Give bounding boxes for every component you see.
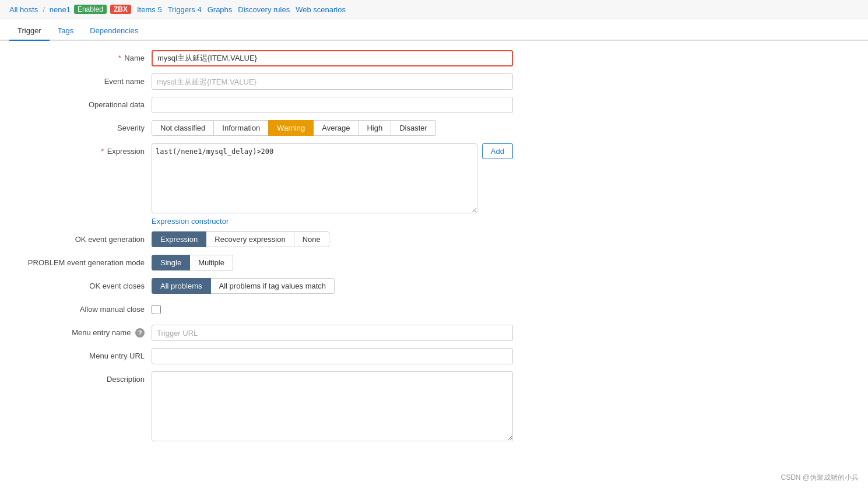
problem-event-mode-content: Single Multiple — [152, 255, 513, 270]
graphs-link[interactable]: Graphs — [208, 5, 233, 14]
tab-dependencies[interactable]: Dependencies — [82, 22, 146, 41]
ok-event-closes-row: OK event closes All problems All problem… — [12, 278, 856, 296]
menu-entry-url-content — [152, 348, 513, 364]
allow-manual-close-label: Allow manual close — [12, 301, 152, 314]
severity-warning[interactable]: Warning — [268, 120, 314, 136]
problem-event-mode-row: PROBLEM event generation mode Single Mul… — [12, 255, 856, 272]
menu-entry-name-row: Menu entry name ? — [12, 325, 856, 342]
menu-entry-name-content — [152, 325, 513, 341]
event-name-label: Event name — [12, 73, 152, 86]
severity-content: Not classified Information Warning Avera… — [152, 120, 513, 136]
severity-row: Severity Not classified Information Warn… — [12, 120, 856, 138]
ok-event-generation-row: OK event generation Expression Recovery … — [12, 231, 856, 249]
tab-trigger[interactable]: Trigger — [9, 22, 50, 41]
menu-entry-url-label: Menu entry URL — [12, 348, 152, 360]
severity-group: Not classified Information Warning Avera… — [152, 120, 513, 136]
ok-event-group: Expression Recovery expression None — [152, 231, 513, 247]
ok-event-generation-content: Expression Recovery expression None — [152, 231, 513, 247]
menu-entry-url-input[interactable] — [152, 348, 513, 364]
menu-entry-url-row: Menu entry URL — [12, 348, 856, 366]
event-name-content — [152, 73, 513, 90]
operational-data-content — [152, 97, 513, 113]
ok-event-none-btn[interactable]: None — [294, 231, 329, 247]
add-expression-button[interactable]: Add — [482, 143, 513, 159]
enabled-badge: Enabled — [74, 5, 107, 14]
menu-entry-name-input[interactable] — [152, 325, 513, 341]
problem-event-single-btn[interactable]: Single — [152, 255, 190, 270]
description-row: Description — [12, 371, 856, 443]
trigger-form: * Name Event name Operational data Sever… — [0, 41, 868, 458]
menu-entry-name-help-icon[interactable]: ? — [135, 328, 145, 338]
expression-row: * Expression last(/nene1/mysql_delay)>20… — [12, 143, 856, 226]
expression-constructor-link[interactable]: Expression constructor — [152, 217, 229, 226]
zbx-badge: ZBX — [110, 5, 131, 14]
severity-label: Severity — [12, 120, 152, 132]
top-nav: All hosts / nene1 Enabled ZBX Items 5 Tr… — [0, 0, 868, 19]
ok-event-all-problems-btn[interactable]: All problems — [152, 278, 211, 294]
severity-information[interactable]: Information — [213, 120, 269, 136]
operational-data-label: Operational data — [12, 97, 152, 109]
breadcrumb-separator: / — [43, 5, 45, 14]
severity-disaster[interactable]: Disaster — [391, 120, 436, 136]
name-label: * Name — [12, 50, 152, 62]
ok-event-tag-values-btn[interactable]: All problems if tag values match — [210, 278, 335, 294]
ok-event-recovery-btn[interactable]: Recovery expression — [206, 231, 294, 247]
allow-manual-close-checkbox[interactable] — [152, 305, 161, 314]
event-name-input[interactable] — [152, 73, 513, 90]
expression-label: * Expression — [12, 143, 152, 156]
problem-event-group: Single Multiple — [152, 255, 513, 270]
ok-event-closes-group: All problems All problems if tag values … — [152, 278, 513, 294]
discovery-rules-link[interactable]: Discovery rules — [238, 5, 290, 14]
name-content — [152, 50, 513, 66]
problem-event-multiple-btn[interactable]: Multiple — [189, 255, 233, 270]
description-label: Description — [12, 371, 152, 384]
name-required: * — [118, 54, 121, 62]
severity-not-classified[interactable]: Not classified — [152, 120, 214, 136]
expression-textarea[interactable]: last(/nene1/mysql_delay)>200 — [152, 143, 477, 213]
operational-data-input[interactable] — [152, 97, 513, 113]
items-link[interactable]: Items 5 — [137, 5, 162, 14]
severity-average[interactable]: Average — [313, 120, 359, 136]
allow-manual-close-content — [152, 301, 513, 316]
description-content — [152, 371, 513, 443]
web-scenarios-link[interactable]: Web scenarios — [296, 5, 346, 14]
triggers-link[interactable]: Triggers 4 — [168, 5, 202, 14]
expression-wrapper: last(/nene1/mysql_delay)>200 Add — [152, 143, 513, 213]
tab-bar: Trigger Tags Dependencies — [0, 22, 868, 41]
problem-event-mode-label: PROBLEM event generation mode — [12, 255, 152, 267]
severity-high[interactable]: High — [358, 120, 391, 136]
event-name-row: Event name — [12, 73, 856, 91]
expression-required: * — [101, 147, 104, 156]
name-row: * Name — [12, 50, 856, 68]
expression-content: last(/nene1/mysql_delay)>200 Add Express… — [152, 143, 513, 226]
ok-event-closes-content: All problems All problems if tag values … — [152, 278, 513, 294]
all-hosts-link[interactable]: All hosts — [9, 5, 38, 14]
name-input[interactable] — [152, 50, 513, 66]
menu-entry-name-label: Menu entry name ? — [12, 325, 152, 338]
ok-event-generation-label: OK event generation — [12, 231, 152, 244]
description-textarea[interactable] — [152, 371, 513, 441]
tab-tags[interactable]: Tags — [50, 22, 82, 41]
ok-event-closes-label: OK event closes — [12, 278, 152, 290]
allow-manual-close-row: Allow manual close — [12, 301, 856, 319]
operational-data-row: Operational data — [12, 97, 856, 114]
host-link[interactable]: nene1 — [50, 5, 71, 14]
ok-event-expression-btn[interactable]: Expression — [152, 231, 206, 247]
